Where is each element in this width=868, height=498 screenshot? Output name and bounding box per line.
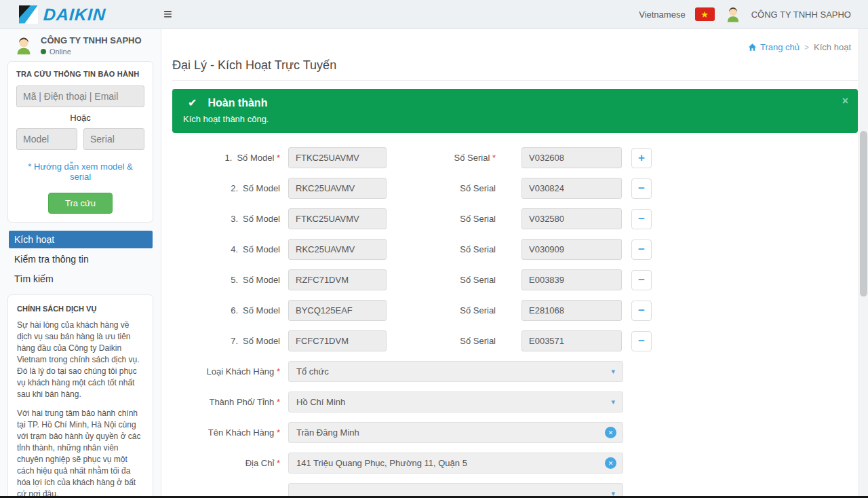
serial-input[interactable] (521, 178, 622, 199)
remove-row-button[interactable]: − (631, 240, 652, 260)
remove-row-button[interactable]: − (631, 331, 652, 351)
user-avatar[interactable] (724, 5, 742, 23)
model-input[interactable] (288, 178, 387, 199)
serial-input[interactable] (521, 269, 622, 290)
model-label: 4.Số Model * (172, 244, 280, 254)
sidebar-menu-item[interactable]: Kích hoạt (9, 231, 153, 248)
sidebar-menu-item[interactable]: Kiểm tra thông tin (9, 250, 153, 268)
model-label: 7.Số Model * (172, 336, 280, 346)
device-row: 3.Số Model * Số Serial * − (172, 208, 858, 229)
remove-row-button[interactable]: − (631, 301, 652, 321)
model-input[interactable] (288, 147, 387, 168)
online-status-label: Online (50, 47, 71, 56)
online-status-dot (41, 49, 46, 54)
breadcrumb-current: Kích hoạt (814, 42, 851, 52)
home-icon (748, 43, 757, 52)
model-label: 3.Số Model * (172, 214, 280, 224)
search-card-title: TRA CỨU THÔNG TIN BẢO HÀNH (16, 70, 144, 78)
code-phone-email-input[interactable] (16, 85, 144, 107)
breadcrumb-home-link[interactable]: Trang chủ (748, 42, 800, 52)
chevron-down-icon: ▾ (611, 367, 615, 376)
add-row-button[interactable]: + (631, 148, 652, 168)
field-label: Địa Chỉ * (172, 458, 280, 468)
policy-paragraph: Sự hài lòng của khách hàng về dịch vụ sa… (17, 320, 144, 400)
serial-input[interactable] (521, 208, 622, 229)
policy-paragraph: Với hai trung tâm bảo hành chính tại TP.… (17, 408, 144, 498)
policy-title: CHÍNH SÁCH DỊCH VỤ (17, 305, 144, 313)
sidebar: CÔNG TY TNHH SAPHO Online TRA CỨU THÔNG … (0, 29, 161, 498)
field-label: Loại Khách Hàng * (172, 366, 280, 377)
hamburger-icon[interactable]: ≡ (163, 7, 172, 22)
topbar: DAIKIN ≡ Vietnamese ★ CÔNG TY TNHH SAPHO (0, 0, 868, 29)
breadcrumb-separator: > (804, 43, 809, 52)
alert-title: Hoàn thành (208, 97, 267, 109)
serial-search-input[interactable] (83, 128, 144, 150)
serial-label: Số Serial * (414, 183, 496, 193)
search-button[interactable]: Tra cứu (48, 193, 113, 214)
sidebar-menu-item[interactable]: Tìm kiếm (9, 270, 153, 288)
success-alert: ✔ Hoàn thành × Kích hoạt thành công. (172, 89, 858, 133)
sidebar-user-name: CÔNG TY TNHH SAPHO (41, 35, 142, 45)
model-label: 6.Số Model * (172, 305, 280, 315)
breadcrumb: Trang chủ > Kích hoạt (172, 42, 851, 52)
remove-row-button[interactable]: − (631, 270, 652, 290)
field-label: Tên Khách Hàng * (172, 427, 280, 438)
form-field-row: Loại Khách Hàng * Tổ chức ▾ (172, 361, 858, 382)
activation-form: 1.Số Model * Số Serial * + 2.Số Model * … (172, 147, 858, 498)
serial-label: Số Serial * (414, 336, 496, 346)
daikin-logo: DAIKIN (19, 5, 106, 24)
remove-row-button[interactable]: − (631, 209, 652, 229)
field-value: Trần Đăng Minh (296, 427, 359, 438)
service-policy-card: CHÍNH SÁCH DỊCH VỤ Sự hài lòng của khách… (7, 294, 153, 498)
field-value: 141 Triệu Quang Phục, Phường 11, Quận 5 (296, 458, 467, 468)
model-input[interactable] (288, 269, 387, 290)
model-label: 1.Số Model * (172, 153, 280, 163)
form-field-row: Tên Khách Hàng * Trần Đăng Minh ✕ (172, 422, 858, 443)
alert-message: Kích hoạt thành công. (183, 114, 847, 124)
vietnam-flag-icon[interactable]: ★ (695, 7, 715, 21)
device-row: 7.Số Model * Số Serial * − (172, 330, 858, 351)
model-input[interactable] (288, 300, 387, 321)
model-input[interactable] (288, 239, 387, 260)
page-title: Đại Lý - Kích Hoạt Trực Tuyến (172, 58, 858, 73)
scrollbar-thumb[interactable] (860, 131, 867, 296)
clear-field-icon[interactable]: ✕ (605, 457, 616, 469)
model-input[interactable] (288, 208, 387, 229)
device-row: 2.Số Model * Số Serial * − (172, 178, 858, 199)
model-search-input[interactable] (16, 128, 77, 150)
device-row: 4.Số Model * Số Serial * − (172, 239, 858, 260)
topbar-user-name[interactable]: CÔNG TY TNHH SAPHO (751, 9, 851, 20)
serial-input[interactable] (521, 147, 622, 168)
serial-input[interactable] (521, 239, 622, 260)
form-field-row: Địa Chỉ * 141 Triệu Quang Phục, Phường 1… (172, 453, 858, 474)
select-field[interactable]: Tổ chức ▾ (288, 361, 623, 382)
check-icon: ✔ (188, 96, 197, 109)
serial-input[interactable] (521, 300, 622, 321)
model-input[interactable] (288, 330, 387, 351)
daikin-logo-text: DAIKIN (43, 5, 106, 24)
text-field[interactable]: 141 Triệu Quang Phục, Phường 11, Quận 5 … (288, 453, 623, 474)
clear-field-icon[interactable]: ✕ (605, 427, 616, 438)
serial-input[interactable] (521, 330, 622, 351)
daikin-logo-icon (19, 5, 38, 24)
sidebar-menu: Kích hoạt Kiểm tra thông tin Tìm kiếm (9, 231, 153, 288)
model-serial-guide-link[interactable]: * Hướng dẫn xem model & serial (16, 161, 144, 182)
language-label[interactable]: Vietnamese (639, 9, 685, 20)
model-label: 2.Số Model * (172, 183, 280, 193)
warranty-search-card: TRA CỨU THÔNG TIN BẢO HÀNH Hoặc * Hướng … (7, 61, 153, 223)
main-content: Trang chủ > Kích hoạt Đại Lý - Kích Hoạt… (161, 29, 868, 498)
text-field[interactable]: Trần Đăng Minh ✕ (288, 422, 623, 443)
field-value: Hồ Chí Minh (296, 397, 345, 407)
remove-row-button[interactable]: − (631, 178, 652, 199)
title-divider (172, 80, 858, 81)
serial-label: Số Serial * (414, 153, 496, 163)
select-field[interactable]: Hồ Chí Minh ▾ (288, 391, 623, 413)
serial-label: Số Serial * (414, 305, 496, 315)
or-label: Hoặc (16, 113, 144, 123)
field-value: Tổ chức (296, 366, 329, 377)
chevron-down-icon: ▾ (611, 398, 615, 406)
device-row: 5.Số Model * Số Serial * − (172, 269, 858, 290)
close-icon[interactable]: × (842, 96, 848, 107)
serial-label: Số Serial * (414, 275, 496, 285)
serial-label: Số Serial * (414, 244, 496, 254)
